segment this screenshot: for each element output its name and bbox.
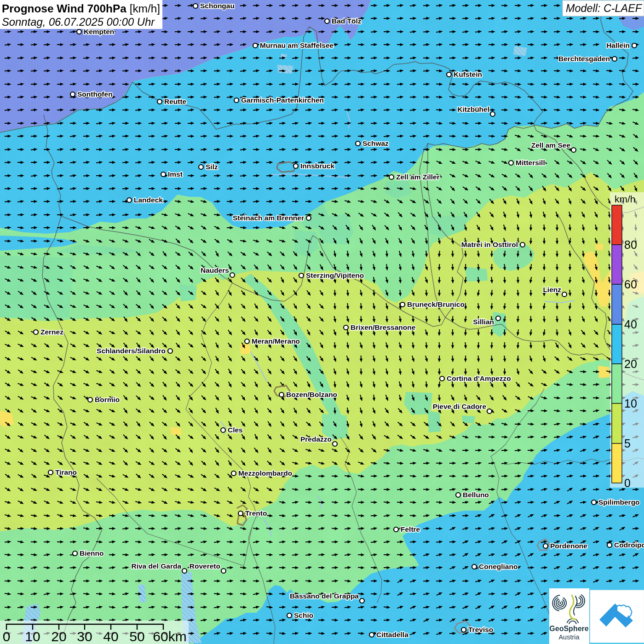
svg-text:Bozen/Bolzano: Bozen/Bolzano	[286, 391, 337, 398]
svg-text:20: 20	[624, 357, 637, 370]
svg-text:Schongau: Schongau	[200, 2, 235, 10]
svg-text:Reutte: Reutte	[164, 98, 187, 105]
svg-text:Mittersill: Mittersill	[516, 159, 545, 167]
svg-text:10: 10	[25, 629, 40, 644]
svg-text:Conegliano: Conegliano	[479, 563, 518, 570]
svg-text:Schlanders/Silandro: Schlanders/Silandro	[97, 347, 166, 355]
svg-text:40: 40	[624, 318, 637, 331]
svg-text:km/h: km/h	[615, 194, 636, 204]
svg-text:80: 80	[624, 238, 637, 251]
svg-text:Landeck: Landeck	[134, 196, 163, 204]
svg-text:Sillian: Sillian	[473, 318, 494, 326]
svg-text:60km: 60km	[153, 629, 186, 644]
svg-text:Sterzing/Vipiteno: Sterzing/Vipiteno	[306, 271, 364, 279]
svg-text:40: 40	[103, 629, 118, 644]
svg-text:Bruneck/Brunico: Bruneck/Brunico	[407, 300, 465, 308]
svg-text:Berchtesgaden: Berchtesgaden	[558, 55, 610, 63]
svg-text:Tirano: Tirano	[55, 468, 77, 476]
svg-text:Murnau am Staffelsee: Murnau am Staffelsee	[260, 41, 334, 49]
svg-text:Codroipo: Codroipo	[614, 541, 644, 549]
svg-text:50: 50	[129, 629, 144, 644]
svg-text:Bienno: Bienno	[80, 549, 104, 557]
svg-text:Bad Tölz: Bad Tölz	[332, 17, 362, 25]
svg-text:Prognose Wind 700hPa [km/h]: Prognose Wind 700hPa [km/h]	[2, 2, 160, 15]
svg-text:5: 5	[624, 437, 631, 450]
svg-text:Lienz: Lienz	[543, 286, 561, 293]
svg-text:Modell: C-LAEF: Modell: C-LAEF	[566, 2, 643, 14]
svg-text:Mezzolombardo: Mezzolombardo	[238, 469, 292, 477]
svg-text:Silz: Silz	[206, 163, 218, 171]
svg-text:Matrei in Osttirol: Matrei in Osttirol	[461, 241, 518, 248]
svg-text:GeoSphere: GeoSphere	[549, 625, 588, 632]
svg-text:Steinach am Brenner: Steinach am Brenner	[233, 214, 304, 222]
svg-text:Cittadella: Cittadella	[376, 631, 408, 638]
svg-text:Bassano del Grappa: Bassano del Grappa	[290, 592, 359, 600]
svg-text:0: 0	[3, 629, 11, 644]
svg-text:Zernez: Zernez	[40, 328, 63, 336]
svg-text:10: 10	[624, 397, 637, 410]
svg-text:Belluno: Belluno	[463, 491, 489, 499]
svg-text:0: 0	[624, 477, 631, 489]
svg-text:Sonntag, 06.07.2025 00:00 Uhr: Sonntag, 06.07.2025 00:00 Uhr	[2, 16, 155, 28]
svg-text:Innsbruck: Innsbruck	[300, 162, 334, 170]
svg-text:Brixen/Bressanone: Brixen/Bressanone	[351, 323, 416, 331]
svg-text:Predazzo: Predazzo	[300, 435, 332, 443]
svg-text:20: 20	[51, 629, 66, 644]
svg-text:Schio: Schio	[294, 611, 313, 619]
svg-text:Sonthofen: Sonthofen	[77, 90, 113, 98]
svg-text:Austria: Austria	[558, 633, 580, 641]
svg-text:Zell am Ziller: Zell am Ziller	[396, 173, 440, 181]
svg-text:Treviso: Treviso	[468, 626, 493, 633]
svg-text:Pieve di Cadore: Pieve di Cadore	[433, 402, 487, 410]
svg-text:Feltre: Feltre	[401, 525, 420, 533]
svg-text:Spilimbergo: Spilimbergo	[598, 498, 640, 506]
svg-text:Schwaz: Schwaz	[362, 139, 389, 147]
svg-text:Hallein: Hallein	[606, 41, 630, 49]
svg-text:Meran/Merano: Meran/Merano	[252, 337, 300, 345]
svg-text:Cles: Cles	[228, 426, 243, 434]
svg-text:Pordenone: Pordenone	[550, 542, 587, 550]
svg-text:Zell am See: Zell am See	[531, 141, 571, 149]
svg-text:Kitzbühel: Kitzbühel	[457, 105, 489, 113]
svg-text:Rovereto: Rovereto	[190, 562, 220, 570]
svg-text:Cortina d'Ampezzo: Cortina d'Ampezzo	[447, 374, 511, 382]
svg-text:Nauders: Nauders	[201, 266, 229, 274]
svg-text:Kufstein: Kufstein	[454, 70, 482, 78]
svg-text:Riva del Garda: Riva del Garda	[131, 562, 181, 570]
svg-text:Trento: Trento	[245, 509, 267, 517]
svg-text:30: 30	[77, 629, 92, 644]
svg-text:Garmisch-Partenkirchen: Garmisch-Partenkirchen	[241, 96, 324, 104]
svg-text:Bormio: Bormio	[95, 396, 120, 403]
svg-text:60: 60	[624, 278, 637, 291]
svg-text:Imst: Imst	[168, 170, 183, 178]
